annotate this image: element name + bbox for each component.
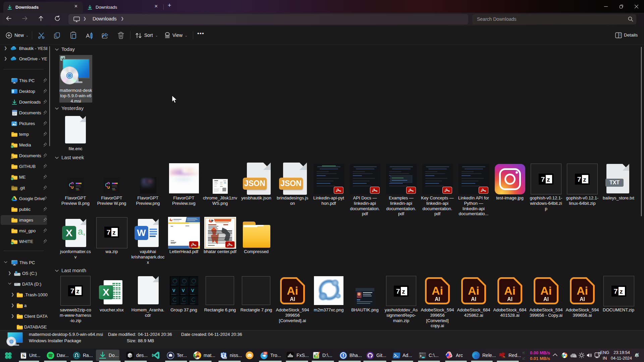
svg-text:AI: AI <box>290 296 295 302</box>
svg-text:Beta: Beta <box>195 356 198 358</box>
svg-text:59: 59 <box>264 352 267 354</box>
svg-text:Ai: Ai <box>577 284 588 297</box>
svg-text:z: z <box>638 352 639 354</box>
svg-text:AI: AI <box>435 296 440 302</box>
svg-text:AI: AI <box>580 296 585 302</box>
svg-text:AI: AI <box>543 296 549 302</box>
svg-text:Ai: Ai <box>540 284 552 297</box>
svg-text:Ai: Ai <box>504 284 516 297</box>
svg-text:Ai: Ai <box>287 284 298 297</box>
svg-text:71: 71 <box>503 356 505 358</box>
svg-text:AI: AI <box>507 296 513 302</box>
svg-text:N: N <box>22 354 24 358</box>
svg-text:Ai: Ai <box>468 284 479 297</box>
svg-text:AI: AI <box>471 296 476 302</box>
svg-text:beta: beta <box>224 357 227 359</box>
svg-text:Ai: Ai <box>432 284 443 297</box>
